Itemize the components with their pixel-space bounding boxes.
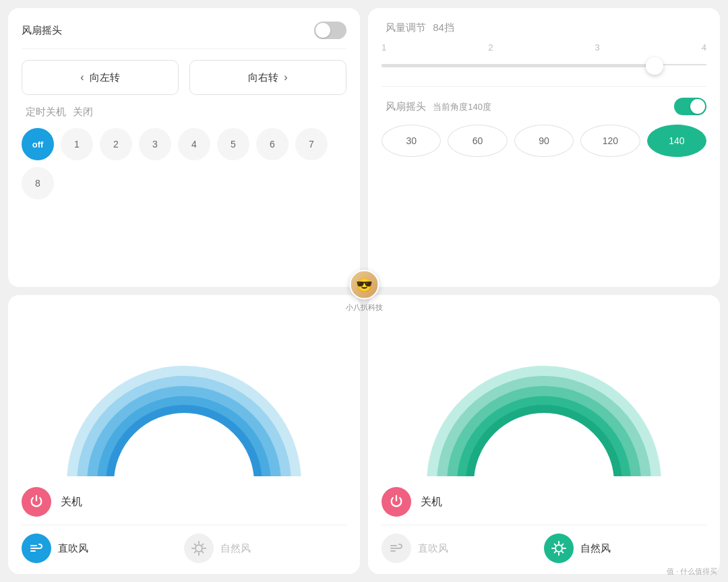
fan-shake-right-header: 风扇摇头 当前角度140度 — [382, 98, 706, 115]
direct-wind-icon-left — [22, 534, 51, 563]
slider-labels: 1 2 3 4 — [382, 42, 706, 53]
wind-speed-section: 风量调节 84挡 1 2 3 4 // generated via inline… — [382, 22, 706, 87]
bottom-watermark: 值 · 什么值得买 — [667, 567, 717, 577]
natural-wind-icon-left — [184, 534, 214, 563]
timer-btn-2[interactable]: 2 — [100, 128, 132, 160]
timer-btn-1[interactable]: 1 — [61, 128, 93, 160]
top-right-panel: 风量调节 84挡 1 2 3 4 // generated via inline… — [368, 8, 720, 287]
left-arc-svg — [56, 342, 312, 476]
angle-btn-60[interactable]: 60 — [448, 125, 507, 157]
timer-header: 定时关机 关闭 — [22, 106, 346, 119]
direct-wind-icon-right — [382, 534, 411, 563]
angle-btn-120[interactable]: 120 — [580, 125, 640, 157]
natural-wind-label-right: 自然风 — [580, 542, 611, 555]
left-arrow-icon: ‹ — [80, 71, 84, 84]
bottom-left-panel: 关机 直吹风 自 — [8, 295, 360, 574]
bottom-left-natural-wind[interactable]: 自然风 — [184, 534, 346, 563]
timer-btn-8[interactable]: 8 — [22, 167, 54, 199]
slider-fill — [382, 65, 655, 67]
turn-left-button[interactable]: ‹ 向左转 — [22, 60, 179, 95]
fan-shake-right-toggle[interactable] — [674, 98, 706, 115]
bottom-right-direct-wind[interactable]: 直吹风 — [382, 534, 544, 563]
fan-shake-right-title: 风扇摇头 当前角度140度 — [382, 100, 491, 113]
turn-right-button[interactable]: 向右转 › — [189, 60, 346, 95]
slider-track-wrap: // We'll just show via CSS — [382, 60, 706, 72]
timer-label: 定时关机 关闭 — [22, 106, 93, 119]
fan-shake-title: 风扇摇头 — [22, 24, 62, 37]
power-icon-svg — [29, 494, 44, 509]
natural-wind-icon-right — [544, 534, 574, 563]
direct-wind-label-left: 直吹风 — [58, 542, 88, 555]
bottom-left-power-button[interactable] — [22, 487, 51, 517]
bottom-left-controls: 关机 直吹风 自 — [8, 476, 360, 574]
angle-btn-90[interactable]: 90 — [514, 125, 574, 157]
angle-btn-140[interactable]: 140 — [647, 125, 706, 157]
bottom-right-power-row: 关机 — [382, 487, 706, 525]
bottom-right-wind-mode-row: 直吹风 自然风 — [382, 534, 706, 563]
bottom-left-direct-wind[interactable]: 直吹风 — [22, 534, 184, 563]
bottom-left-power-label: 关机 — [61, 495, 82, 509]
turn-left-label: 向左转 — [90, 71, 120, 84]
wind-speed-slider[interactable]: // generated via inline script // We'll … — [382, 57, 706, 75]
angle-buttons-group: 30 60 90 120 140 — [382, 125, 706, 157]
angle-btn-30[interactable]: 30 — [382, 125, 441, 157]
power-icon-right-svg — [389, 494, 404, 509]
natural-wind-label-left: 自然风 — [220, 542, 251, 555]
bottom-left-power-row: 关机 — [22, 487, 346, 525]
bottom-right-controls: 关机 直吹风 自 — [368, 476, 720, 574]
timer-btn-4[interactable]: 4 — [178, 128, 210, 160]
bottom-right-natural-wind[interactable]: 自然风 — [544, 534, 706, 563]
timer-buttons-group: off 1 2 3 4 5 6 7 8 — [22, 128, 346, 199]
direct-wind-label-right: 直吹风 — [418, 542, 448, 555]
timer-section: 定时关机 关闭 off 1 2 3 4 5 6 7 8 — [22, 106, 346, 199]
timer-btn-3[interactable]: 3 — [139, 128, 171, 160]
fan-shake-right-section: 风扇摇头 当前角度140度 30 60 90 120 140 — [382, 98, 706, 157]
direction-buttons-group: ‹ 向左转 向右转 › — [22, 60, 346, 95]
right-arrow-icon: › — [284, 71, 287, 84]
timer-btn-off[interactable]: off — [22, 128, 54, 160]
svg-point-2 — [555, 545, 562, 552]
top-left-panel: 风扇摇头 ‹ 向左转 向右转 › 定时关机 关闭 off 1 2 3 4 5 6… — [8, 8, 360, 287]
timer-btn-6[interactable]: 6 — [256, 128, 289, 160]
bottom-left-arc — [8, 295, 360, 476]
timer-btn-5[interactable]: 5 — [217, 128, 249, 160]
bottom-right-arc — [368, 295, 720, 476]
wind-speed-title: 风量调节 84挡 — [382, 22, 706, 34]
timer-btn-7[interactable]: 7 — [295, 128, 328, 160]
slider-thumb[interactable] — [646, 57, 663, 75]
fan-shake-row: 风扇摇头 — [22, 22, 346, 49]
bottom-right-power-label: 关机 — [421, 495, 442, 509]
svg-point-1 — [195, 545, 202, 552]
bottom-left-wind-mode-row: 直吹风 自然风 — [22, 534, 346, 563]
fan-shake-toggle[interactable] — [314, 22, 346, 39]
right-arc-svg — [416, 342, 672, 476]
bottom-right-power-button[interactable] — [382, 487, 411, 517]
turn-right-label: 向右转 — [248, 71, 278, 84]
bottom-right-panel: 关机 直吹风 自 — [368, 295, 720, 574]
